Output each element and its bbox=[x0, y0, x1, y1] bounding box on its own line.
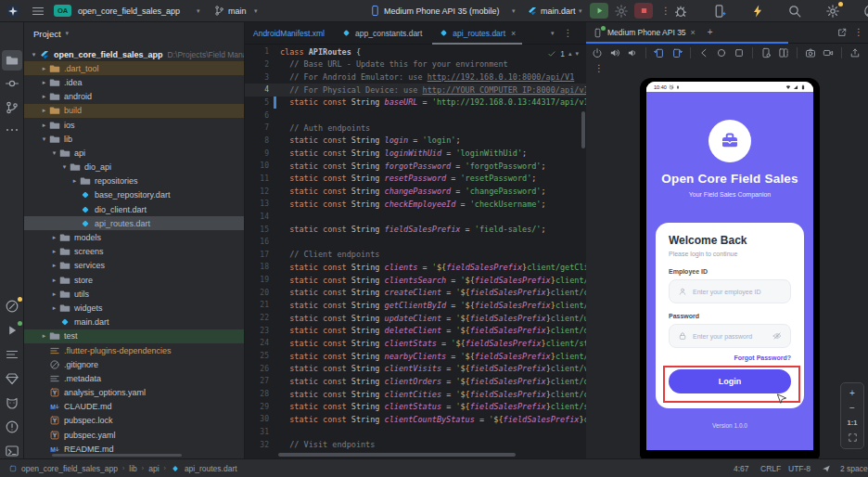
build-settings-icon[interactable] bbox=[614, 4, 629, 19]
prev-problem-icon[interactable]: ▴ bbox=[568, 50, 572, 58]
logcat-tool-icon[interactable] bbox=[5, 395, 19, 410]
run-config-chevron-icon[interactable]: ▾ bbox=[579, 7, 582, 15]
tree-chevron-right-icon[interactable]: ▸ bbox=[49, 262, 59, 269]
eye-off-icon[interactable] bbox=[772, 331, 782, 341]
rotate-left-icon[interactable] bbox=[654, 47, 665, 58]
pull-requests-tool-icon[interactable] bbox=[5, 100, 19, 115]
terminal-tool-icon[interactable] bbox=[5, 444, 19, 458]
editor-vscrollbar[interactable] bbox=[581, 111, 585, 148]
breadcrumb-item[interactable]: lib bbox=[129, 464, 137, 473]
device-tab-close-icon[interactable]: × bbox=[691, 28, 696, 37]
tree-item-.gitignore[interactable]: .gitignore bbox=[24, 357, 244, 371]
tree-item-analysis_options.yaml[interactable]: Yanalysis_options.yaml bbox=[24, 386, 244, 400]
emulator-display[interactable]: 10:40 Open Core Field Sales Y bbox=[640, 78, 820, 460]
breadcrumb-item[interactable]: api_routes.dart bbox=[185, 464, 237, 473]
tab-list-chevron-icon[interactable]: ▾ bbox=[551, 30, 555, 37]
project-tool-icon[interactable] bbox=[2, 50, 22, 71]
branch-name[interactable]: main bbox=[228, 6, 247, 16]
project-chevron-icon[interactable]: ▾ bbox=[197, 7, 200, 15]
zoom-out-icon[interactable]: − bbox=[849, 404, 855, 413]
more-actions-icon[interactable]: ⋮ bbox=[658, 4, 673, 19]
tree-item-build[interactable]: ▸build bbox=[24, 104, 244, 118]
tree-item-.dart_tool[interactable]: ▸.dart_tool bbox=[24, 61, 244, 75]
editor-options-icon[interactable]: ⋮ bbox=[564, 29, 573, 38]
tree-item-models[interactable]: ▸models bbox=[24, 230, 244, 244]
tree-item-pubspec.yaml[interactable]: Ypubspec.yaml bbox=[24, 428, 244, 442]
project-panel-header[interactable]: Project ▾ bbox=[24, 22, 244, 45]
tree-chevron-right-icon[interactable]: ▸ bbox=[39, 93, 49, 100]
tree-item-ios[interactable]: ▸ios bbox=[24, 118, 244, 132]
stop-button[interactable] bbox=[634, 3, 653, 19]
volume-up-icon[interactable] bbox=[609, 47, 620, 58]
tree-item-services[interactable]: ▸services bbox=[24, 259, 244, 273]
caret-position[interactable]: 4:67 bbox=[734, 459, 749, 477]
zoom-reset-label[interactable]: 1:1 bbox=[848, 419, 858, 427]
debugger-icon[interactable] bbox=[673, 4, 688, 19]
tree-chevron-right-icon[interactable]: ▸ bbox=[39, 65, 49, 72]
indent-setting[interactable]: 2 spaces bbox=[840, 459, 868, 477]
project-view-chevron-icon[interactable]: ▾ bbox=[66, 30, 70, 37]
breadcrumb-item[interactable]: open_core_field_sales_app bbox=[21, 464, 118, 473]
device-chevron-icon[interactable]: ▾ bbox=[512, 7, 516, 15]
tree-chevron-right-icon[interactable]: ▸ bbox=[39, 332, 49, 340]
tree-item-.idea[interactable]: ▸.idea bbox=[24, 75, 244, 89]
tree-item-widgets[interactable]: ▸widgets bbox=[24, 301, 244, 315]
main-menu-icon[interactable] bbox=[31, 4, 45, 19]
add-device-tab-icon[interactable]: + bbox=[708, 28, 713, 37]
tree-chevron-down-icon[interactable]: ▾ bbox=[59, 163, 70, 171]
hot-reload-icon[interactable] bbox=[750, 4, 765, 19]
forgot-password-link[interactable]: Forgot Password? bbox=[734, 355, 791, 361]
screenshot-icon[interactable] bbox=[805, 47, 816, 58]
flutter-inspector-tool-icon[interactable] bbox=[5, 371, 19, 386]
tree-item-android[interactable]: ▸android bbox=[24, 90, 244, 104]
file-encoding[interactable]: UTF-8 bbox=[788, 459, 811, 477]
tree-item-CLAUDE.md[interactable]: MCLAUDE.md bbox=[24, 400, 244, 414]
tree-item-base_repository.dart[interactable]: base_repository.dart bbox=[24, 188, 244, 202]
tree-item-open_core_field_sales_app[interactable]: ▾open_core_field_sales_appD:\Projects\Fi… bbox=[24, 47, 244, 61]
tab-close-icon[interactable]: × bbox=[511, 29, 516, 38]
editor-hscrollbar[interactable] bbox=[278, 453, 516, 457]
device-icon[interactable] bbox=[369, 5, 381, 17]
device-selector[interactable]: Medium Phone API 35 (mobile) bbox=[384, 6, 500, 16]
device-panel-options-icon[interactable]: ⋮ bbox=[854, 28, 863, 37]
tree-item-store[interactable]: ▸store bbox=[24, 273, 244, 287]
more-tool-windows-icon[interactable] bbox=[5, 122, 19, 137]
tree-item-screens[interactable]: ▸screens bbox=[24, 245, 244, 259]
run-tool-icon[interactable] bbox=[5, 323, 19, 338]
tree-item-.flutter-plugins-dependencies[interactable]: .flutter-plugins-dependencies bbox=[24, 343, 244, 357]
zoom-fit-icon[interactable] bbox=[848, 432, 858, 443]
search-icon[interactable] bbox=[787, 4, 802, 19]
inspection-widget[interactable]: 1 ▴ ▾ bbox=[547, 49, 579, 58]
tree-chevron-right-icon[interactable]: ▸ bbox=[49, 277, 59, 284]
git-branch-icon[interactable] bbox=[213, 5, 225, 17]
editor-tab-app_constants.dart[interactable]: app_constants.dart bbox=[333, 22, 430, 44]
tree-chevron-right-icon[interactable]: ▸ bbox=[39, 107, 49, 114]
problems-tool-icon[interactable] bbox=[5, 419, 19, 434]
home-icon[interactable] bbox=[716, 47, 727, 58]
device-manager-icon[interactable] bbox=[712, 4, 727, 19]
editor-tab-AndroidManifest.xml[interactable]: AndroidManifest.xml bbox=[245, 22, 333, 44]
rotate-right-icon[interactable] bbox=[671, 47, 683, 58]
tree-item-.metadata[interactable]: .metadata bbox=[24, 371, 244, 385]
account-icon[interactable] bbox=[863, 4, 868, 19]
run-button[interactable] bbox=[590, 3, 608, 19]
phone-screen[interactable]: 10:40 Open Core Field Sales Y bbox=[646, 82, 813, 450]
display-mode-icon[interactable] bbox=[778, 47, 789, 58]
run-configuration[interactable]: main.dart bbox=[541, 6, 576, 16]
settings-icon[interactable] bbox=[825, 4, 840, 19]
tree-item-test[interactable]: ▸test bbox=[24, 329, 244, 343]
structure-tool-icon[interactable] bbox=[5, 347, 19, 362]
device-toolbar-more-icon[interactable]: ⋮ bbox=[594, 63, 604, 73]
next-problem-icon[interactable]: ▾ bbox=[575, 50, 579, 58]
tree-item-lib[interactable]: ▾lib bbox=[24, 132, 244, 146]
tree-chevron-right-icon[interactable]: ▸ bbox=[39, 122, 49, 129]
line-ending[interactable]: CRLF bbox=[760, 459, 781, 477]
tree-chevron-right-icon[interactable]: ▸ bbox=[49, 304, 59, 312]
tree-chevron-down-icon[interactable]: ▾ bbox=[29, 51, 39, 58]
tree-item-dio_api[interactable]: ▾dio_api bbox=[24, 161, 244, 174]
screen-record-icon[interactable] bbox=[823, 47, 834, 58]
device-tab[interactable]: Medium Phone API 35 × bbox=[586, 28, 702, 38]
project-name[interactable]: open_core_field_sales_app bbox=[78, 6, 180, 16]
branch-chevron-icon[interactable]: ▾ bbox=[254, 7, 258, 15]
tree-item-pubspec.lock[interactable]: Ypubspec.lock bbox=[24, 414, 244, 428]
